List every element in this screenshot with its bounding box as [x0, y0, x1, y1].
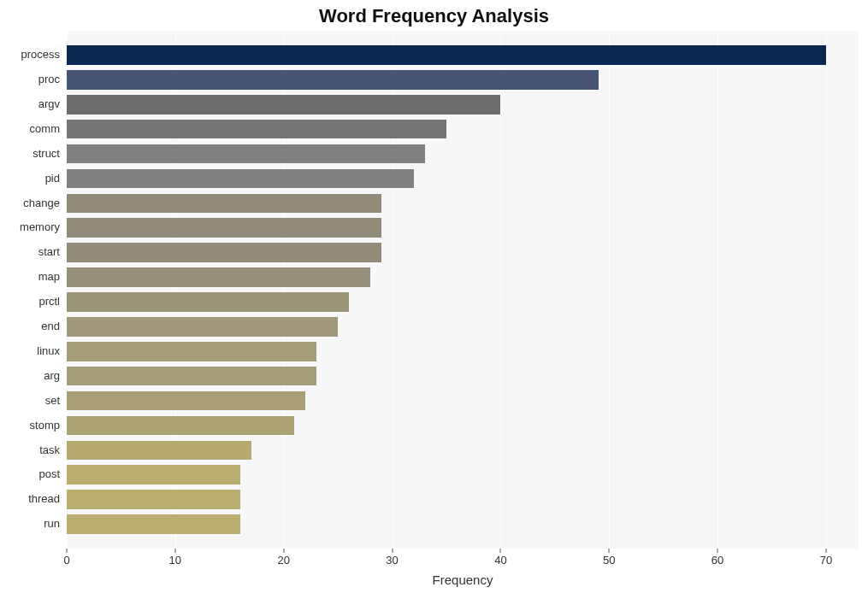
bar [67, 120, 446, 139]
x-tick-mark [609, 549, 610, 553]
y-tick-label: process [0, 45, 60, 65]
x-tick-mark [500, 549, 501, 553]
x-tick-mark [717, 549, 718, 553]
y-tick-label: stomp [0, 416, 60, 436]
bar [67, 243, 381, 262]
y-tick-label: task [0, 441, 60, 461]
y-tick-label: prctl [0, 292, 60, 312]
y-tick-label: start [0, 243, 60, 262]
bar [67, 317, 338, 337]
y-tick-label: map [0, 267, 60, 287]
bar [67, 45, 826, 65]
x-tick-label: 30 [386, 554, 398, 567]
x-tick-mark [825, 549, 826, 553]
x-tick-mark [392, 549, 393, 553]
bar [67, 490, 240, 509]
bar [67, 218, 381, 238]
chart-container: Word Frequency Analysis processprocargvc… [0, 0, 868, 599]
x-tick-label: 0 [63, 554, 69, 567]
chart-title: Word Frequency Analysis [0, 5, 868, 27]
bar [67, 144, 425, 164]
bar [67, 367, 316, 386]
bar [67, 95, 500, 115]
y-tick-label: run [0, 514, 60, 534]
x-tick-label: 70 [820, 554, 832, 567]
x-tick-label: 10 [169, 554, 181, 567]
bar [67, 514, 240, 534]
y-tick-label: post [0, 465, 60, 484]
plot-area [67, 31, 859, 549]
y-tick-label: change [0, 194, 60, 214]
y-tick-label: memory [0, 218, 60, 238]
x-tick-label: 50 [603, 554, 615, 567]
y-tick-label: comm [0, 120, 60, 139]
bar [67, 292, 349, 312]
y-tick-label: struct [0, 144, 60, 164]
y-tick-label: set [0, 391, 60, 411]
bars-group [67, 31, 859, 549]
y-tick-label: pid [0, 169, 60, 189]
bar [67, 441, 251, 461]
x-axis-label: Frequency [67, 573, 859, 587]
x-tick-mark [283, 549, 284, 553]
x-tick-mark [67, 549, 68, 553]
bar [67, 194, 381, 214]
x-tick-label: 40 [494, 554, 506, 567]
bar [67, 267, 370, 287]
bar [67, 391, 305, 411]
bar [67, 169, 414, 189]
bar [67, 342, 316, 361]
bar [67, 465, 240, 484]
x-tick-mark [174, 549, 175, 553]
y-tick-label: thread [0, 490, 60, 509]
y-tick-label: proc [0, 70, 60, 90]
x-tick-label: 20 [277, 554, 289, 567]
bar [67, 70, 599, 90]
y-tick-label: arg [0, 367, 60, 386]
bar [67, 416, 294, 436]
y-tick-label: argv [0, 95, 60, 115]
x-tick-label: 60 [712, 554, 723, 567]
y-tick-label: linux [0, 342, 60, 361]
y-tick-label: end [0, 317, 60, 337]
